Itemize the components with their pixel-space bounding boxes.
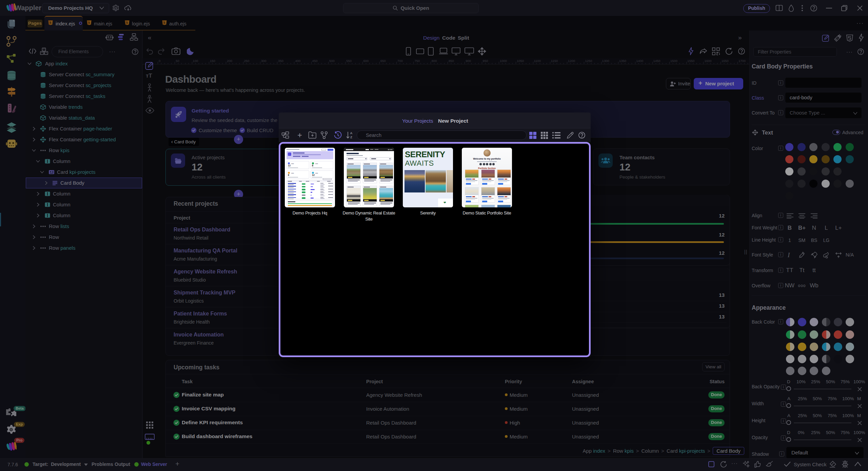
- svg-text:Z: Z: [350, 135, 352, 139]
- svg-text:A: A: [350, 131, 353, 135]
